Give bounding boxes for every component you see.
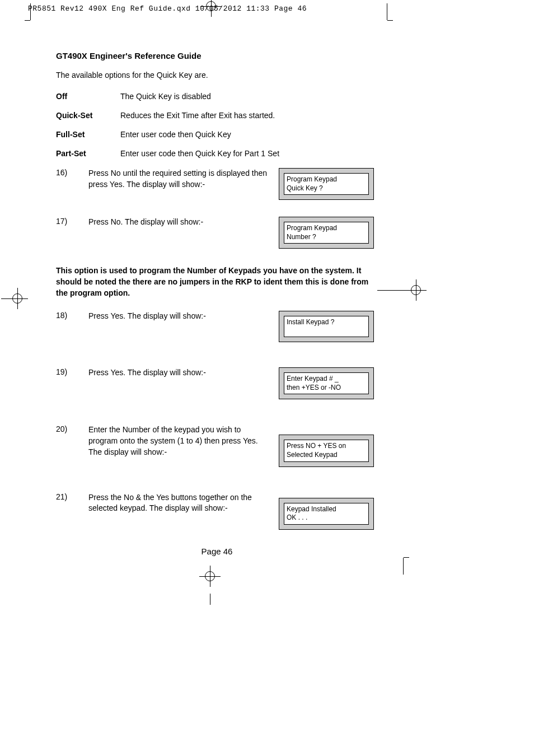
option-row: Full-Set Enter user code then Quick Key (56, 130, 481, 139)
step-18: 18) Press Yes. The display will show:- I… (56, 311, 481, 342)
note-text: This option is used to program the Numbe… (56, 265, 375, 298)
document-title: GT490X Engineer's Reference Guide (56, 51, 481, 60)
lcd-display: Program Keypad Quick Key ? (279, 168, 374, 200)
print-header: PR5851 Rev12 490X Eng Ref Guide.qxd 10/0… (0, 0, 534, 17)
option-desc: Enter user code then Quick Key for Part … (120, 149, 481, 158)
lcd-display: Keypad Installed OK . . . (279, 498, 374, 530)
step-19: 19) Press Yes. The display will show:- E… (56, 367, 481, 399)
lcd-display: Press NO + YES on Selected Keypad (279, 435, 374, 466)
options-table: Off The Quick Key is disabled Quick-Set … (56, 92, 481, 158)
option-row: Part-Set Enter user code then Quick Key … (56, 149, 481, 158)
lcd-line: Install Keypad ? (287, 318, 366, 327)
step-number: 19) (56, 367, 88, 376)
step-number: 17) (56, 217, 88, 226)
lcd-line: OK . . . (287, 514, 366, 522)
lcd-line: Program Keypad (287, 175, 366, 184)
step-text: Press the No & the Yes buttons together … (88, 492, 268, 514)
lcd-display: Install Keypad ? (279, 311, 374, 342)
option-desc: Reduces the Exit Time after Exit has sta… (120, 111, 481, 120)
step-text: Press No until the required setting is d… (88, 168, 268, 190)
step-text: Press No. The display will show:- (88, 217, 268, 228)
step-17: 17) Press No. The display will show:- Pr… (56, 217, 481, 249)
lcd-line: Keypad Installed (287, 505, 366, 514)
step-text: Press Yes. The display will show:- (88, 311, 268, 322)
step-21: 21) Press the No & the Yes buttons toget… (56, 492, 481, 530)
step-number: 20) (56, 424, 88, 433)
lcd-line: Number ? (287, 233, 366, 242)
option-term: Full-Set (56, 130, 120, 139)
lcd-line: Program Keypad (287, 224, 366, 233)
step-16: 16) Press No until the required setting … (56, 168, 481, 200)
lcd-line: Press NO + YES on (287, 442, 366, 451)
lcd-display: Enter Keypad # _ then +YES or -NO (279, 367, 374, 399)
option-term: Part-Set (56, 149, 120, 158)
step-number: 21) (56, 492, 88, 501)
option-term: Off (56, 92, 120, 101)
registration-mark-icon (204, 0, 218, 13)
option-desc: The Quick Key is disabled (120, 92, 481, 101)
lcd-display: Program Keypad Number ? (279, 217, 374, 249)
option-desc: Enter user code then Quick Key (120, 130, 481, 139)
step-20: 20) Enter the Number of the keypad you w… (56, 424, 481, 466)
lcd-line: Selected Keypad (287, 451, 366, 460)
lcd-line: then +YES or -NO (287, 384, 366, 393)
lcd-line: Quick Key ? (287, 184, 366, 193)
option-row: Quick-Set Reduces the Exit Time after Ex… (56, 111, 481, 120)
option-row: Off The Quick Key is disabled (56, 92, 481, 101)
step-number: 16) (56, 168, 88, 177)
page-footer: Page 46 (56, 547, 378, 556)
page-content: GT490X Engineer's Reference Guide The av… (0, 17, 481, 556)
step-text: Press Yes. The display will show:- (88, 367, 268, 379)
lcd-line: Enter Keypad # _ (287, 375, 366, 384)
option-term: Quick-Set (56, 111, 120, 120)
step-number: 18) (56, 311, 88, 320)
step-text: Enter the Number of the keypad you wish … (88, 424, 268, 458)
intro-text: The available options for the Quick Key … (56, 71, 481, 80)
